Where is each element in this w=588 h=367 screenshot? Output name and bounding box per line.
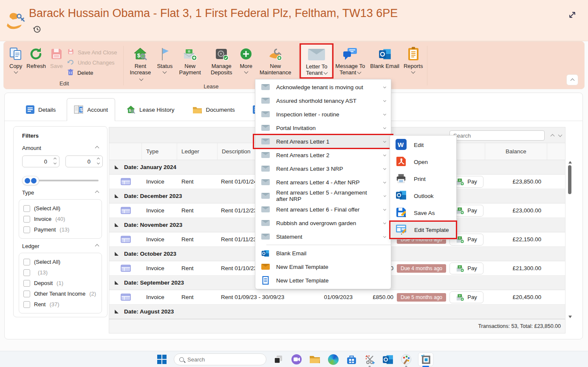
menu-item-assured-shorthold-tenancy[interactable]: Assured shorthold tenancy AST <box>255 94 391 107</box>
context-item-save-as[interactable]: Save As <box>390 204 456 221</box>
tab-documents[interactable]: Documents <box>186 98 242 121</box>
menu-item-statement[interactable]: Statement <box>255 230 391 243</box>
ledger-option-rent[interactable]: Rent(37) <box>23 299 97 310</box>
file-explorer-button[interactable] <box>308 353 321 366</box>
context-item-edit-template[interactable]: Edit Template <box>390 221 456 238</box>
menu-item-rent-arrears-letter-5[interactable]: Rent arrears Letter 5 - Arrangement afte… <box>255 189 391 203</box>
menu-item-rent-arrears-letter-1[interactable]: Rent Arrears Letter 1 <box>255 135 391 148</box>
tab-details[interactable]: Details <box>19 98 62 121</box>
checkbox[interactable] <box>23 291 30 297</box>
outlook-button[interactable] <box>382 353 394 366</box>
menu-item-new-email-template[interactable]: New Email Template <box>255 260 391 274</box>
table-search-input[interactable] <box>449 130 545 141</box>
collapse-triangle-icon[interactable] <box>115 310 119 313</box>
column-header-balance[interactable]: Balance <box>485 143 547 160</box>
start-button[interactable] <box>155 353 168 366</box>
scrollbar-thumb[interactable] <box>568 165 571 194</box>
history-icon[interactable] <box>33 25 41 34</box>
checkbox[interactable] <box>23 269 30 276</box>
filter-section-ledger[interactable]: Ledger <box>22 243 99 249</box>
menu-item-blank-email[interactable]: Blank Email <box>255 246 391 260</box>
edge-button[interactable] <box>327 353 339 366</box>
context-item-outlook[interactable]: Outlook <box>390 187 456 204</box>
ribbon-collapse-button[interactable] <box>566 74 578 85</box>
menu-item-rubbish-garden[interactable]: Rubbish and overgrown garden <box>255 216 391 230</box>
taskbar-search[interactable] <box>174 353 266 365</box>
message-to-tenant-button[interactable]: Message To Tenant <box>332 44 368 77</box>
expand-icon[interactable] <box>568 10 577 20</box>
context-item-edit[interactable]: W Edit <box>390 136 456 153</box>
ledger-option-deposit[interactable]: Deposit(1) <box>23 278 97 288</box>
ledger-option-other-tenant-income[interactable]: Other Tenant Income(2) <box>23 288 97 299</box>
ledger-option-select-all[interactable]: (Select All) <box>23 257 97 267</box>
slider-handles[interactable] <box>22 176 39 185</box>
taskbar-search-input[interactable] <box>187 356 255 363</box>
amount-min-stepper[interactable] <box>22 155 59 167</box>
tab-account[interactable]: $ Account <box>67 98 115 121</box>
pay-button[interactable]: Pay <box>449 291 483 303</box>
letter-to-tenant-button[interactable]: Letter To Tenant <box>301 44 332 78</box>
copy-button[interactable]: Copy <box>7 44 24 74</box>
collapse-triangle-icon[interactable] <box>115 223 119 227</box>
menu-item-rent-arrears-letter-4[interactable]: Rent arrears Letter 4 - After NRP <box>255 175 391 189</box>
checkbox[interactable] <box>23 301 30 308</box>
collapse-triangle-icon[interactable] <box>115 194 119 198</box>
context-item-print[interactable]: Print <box>390 170 456 187</box>
type-option-select-all[interactable]: (Select All) <box>23 203 97 214</box>
filter-section-amount[interactable]: Amount <box>22 145 99 151</box>
status-button[interactable]: Status <box>155 44 175 74</box>
delete-button[interactable]: Delete <box>68 69 117 77</box>
column-header-type[interactable]: Type <box>142 143 177 160</box>
amount-max-stepper[interactable] <box>65 155 103 167</box>
column-header-icon[interactable] <box>109 143 142 160</box>
save-button[interactable]: Save <box>48 44 65 70</box>
collapse-triangle-icon[interactable] <box>115 165 119 169</box>
menu-item-acknowledge-moving-out[interactable]: Acknowledge tenant is moving out <box>255 80 391 94</box>
checkbox[interactable] <box>23 216 30 223</box>
snipping-tool-button[interactable] <box>363 353 376 366</box>
collapse-triangle-icon[interactable] <box>115 252 119 256</box>
task-view-button[interactable] <box>272 353 285 366</box>
rent-increase-button[interactable]: $ Rent Increase <box>126 44 155 83</box>
menu-item-inspection-letter[interactable]: Inspection letter - routine <box>255 107 391 121</box>
store-button[interactable] <box>345 353 358 366</box>
checkbox[interactable] <box>23 280 30 287</box>
new-maintenance-button[interactable]: New Maintenance <box>254 44 296 77</box>
amount-range-slider[interactable] <box>22 176 99 185</box>
table-row[interactable]: Invoice Rent Rent 01/09/23 - 30/09/23 01… <box>109 290 565 305</box>
stepper-arrows[interactable] <box>54 158 56 164</box>
search-next-icon[interactable] <box>558 133 563 137</box>
more-button[interactable]: More <box>237 44 254 74</box>
reports-button[interactable]: Reports <box>401 44 425 74</box>
menu-item-rent-arrears-letter-2[interactable]: Rent Arrears Letter 2 <box>255 148 391 162</box>
menu-item-portal-invitation[interactable]: Portal Invitation <box>255 121 391 135</box>
refresh-button[interactable]: Refresh <box>24 44 48 70</box>
group-header[interactable]: Date: August 2023 <box>109 305 565 319</box>
chat-button[interactable] <box>290 353 303 366</box>
landlord-app-button[interactable] <box>418 353 433 366</box>
checkbox[interactable] <box>23 226 30 233</box>
vertical-scrollbar[interactable] <box>567 161 573 319</box>
search-prev-icon[interactable] <box>551 134 555 138</box>
collapse-triangle-icon[interactable] <box>115 281 119 285</box>
context-item-open[interactable]: Open <box>390 153 456 170</box>
blank-email-button[interactable]: Blank Email <box>368 44 401 70</box>
type-option-invoice[interactable]: Invoice(40) <box>23 214 97 224</box>
checkbox[interactable] <box>23 259 30 265</box>
column-header-ledger[interactable]: Ledger <box>177 143 218 160</box>
menu-item-rent-arrears-letter-3[interactable]: Rent Arrears Letter 3 NRP <box>255 162 391 175</box>
filter-section-type[interactable]: Type <box>22 189 99 196</box>
menu-item-new-letter-template[interactable]: New Letter Template <box>255 274 391 287</box>
checkbox[interactable] <box>23 205 30 212</box>
stepper-arrows[interactable] <box>97 158 99 164</box>
save-and-close-button[interactable]: Save And Close <box>68 48 117 56</box>
scroll-down-icon[interactable] <box>568 316 572 318</box>
ledger-option-blank[interactable]: (13) <box>23 267 97 278</box>
new-payment-button[interactable]: New Payment <box>175 44 205 77</box>
type-option-payment[interactable]: Payment(13) <box>23 224 97 235</box>
manage-deposits-button[interactable]: Manage Deposits <box>205 44 237 77</box>
undo-changes-button[interactable]: Undo Changes <box>68 59 117 66</box>
scroll-up-icon[interactable] <box>568 161 572 164</box>
pay-button[interactable]: Pay <box>449 263 483 274</box>
paint-button[interactable] <box>400 353 413 366</box>
